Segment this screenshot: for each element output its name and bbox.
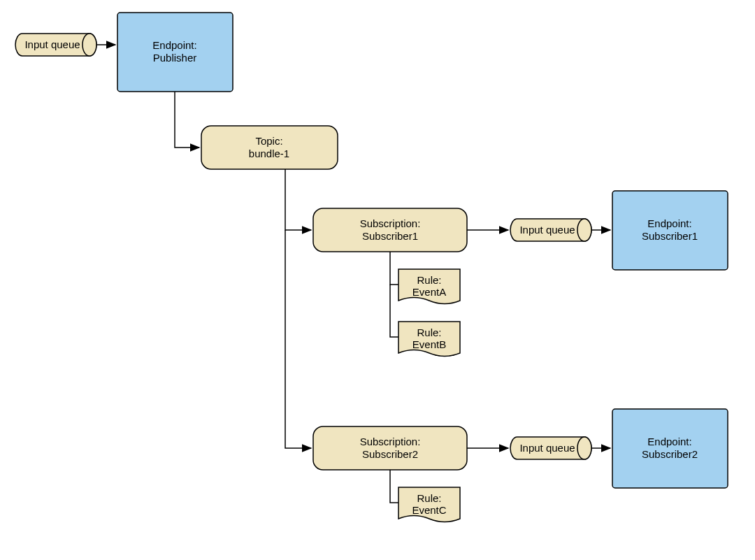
subscription2-line1: Subscription: (360, 436, 421, 447)
input-queue-sub1-label: Input queue (519, 224, 575, 236)
endpoint-sub2-line1: Endpoint: (647, 436, 691, 447)
input-queue-sub2: Input queue (510, 437, 591, 459)
input-queue-sub1: Input queue (510, 219, 591, 241)
topic-line1: Topic: (255, 135, 282, 147)
rule-event-b: Rule: EventB (398, 322, 460, 357)
arrow-publisher-to-topic (175, 92, 199, 148)
endpoint-publisher-line1: Endpoint: (152, 39, 196, 51)
endpoint-sub1-line1: Endpoint: (647, 217, 691, 229)
input-queue-publisher: Input queue (15, 34, 96, 56)
stem-rule-b (390, 285, 398, 337)
input-queue-sub2-label: Input queue (519, 442, 575, 454)
subscription-subscriber1: Subscription: Subscriber1 (313, 208, 467, 252)
rule-b-line1: Rule: (417, 326, 441, 338)
stem-sub2-rule-c (390, 470, 398, 503)
arrow-topic-to-sub2 (285, 230, 311, 448)
svg-point-0 (82, 34, 96, 56)
rule-b-line2: EventB (412, 338, 446, 350)
rule-c-line2: EventC (412, 504, 446, 516)
subscription-subscriber2: Subscription: Subscriber2 (313, 426, 467, 470)
rule-a-line1: Rule: (417, 274, 441, 286)
topic-line2: bundle-1 (249, 148, 289, 159)
rule-event-c: Rule: EventC (398, 487, 460, 522)
endpoint-subscriber1: Endpoint: Subscriber1 (612, 191, 728, 270)
stem-sub1-rule-a (390, 252, 398, 285)
endpoint-publisher-line2: Publisher (153, 52, 197, 64)
endpoint-sub1-line2: Subscriber1 (642, 230, 698, 242)
endpoint-subscriber2: Endpoint: Subscriber2 (612, 409, 728, 488)
rule-c-line1: Rule: (417, 492, 441, 504)
subscription1-line1: Subscription: (360, 217, 421, 229)
endpoint-publisher: Endpoint: Publisher (117, 13, 233, 92)
endpoint-sub2-line2: Subscriber2 (642, 448, 698, 460)
rule-a-line2: EventA (412, 286, 446, 298)
topic-bundle-1: Topic: bundle-1 (201, 126, 338, 169)
arrow-topic-to-sub1 (285, 169, 311, 230)
input-queue-publisher-label: Input queue (24, 38, 80, 50)
subscription1-line2: Subscriber1 (362, 230, 418, 242)
svg-point-7 (577, 437, 591, 459)
subscription2-line2: Subscriber2 (362, 448, 418, 460)
svg-point-4 (577, 219, 591, 241)
rule-event-a: Rule: EventA (398, 269, 460, 304)
